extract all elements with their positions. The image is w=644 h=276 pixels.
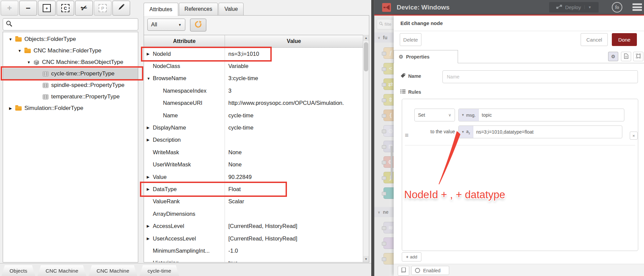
refresh-attributes-button[interactable]: [190, 19, 206, 31]
new-item-button[interactable]: +: [38, 1, 56, 16]
cut-icon: ✂: [80, 3, 88, 14]
expander-down-icon[interactable]: ▼: [26, 60, 32, 64]
expander-right-icon[interactable]: ▶: [147, 125, 153, 130]
table-row[interactable]: ▶Value90.22849: [144, 171, 363, 183]
node-enabled-toggle[interactable]: Enabled: [411, 266, 449, 275]
table-row[interactable]: ▶UserAccessLevel[CurrentRead, HistoryRea…: [144, 232, 363, 245]
scroll-down-arrow[interactable]: ▼: [363, 256, 369, 262]
attribute-name-cell: ▶UserAccessLevel: [144, 232, 225, 245]
table-row[interactable]: Historizingtrue: [144, 257, 363, 262]
folder-icon: [24, 49, 31, 53]
bottom-tab-objects[interactable]: Objects: [1, 265, 36, 276]
attribute-filter-row: All ▼: [147, 19, 206, 31]
expander-right-icon[interactable]: ▶: [147, 138, 153, 142]
table-row[interactable]: ▼BrowseName3:cycle-time: [144, 72, 363, 85]
expander-right-icon[interactable]: ▶: [147, 236, 153, 241]
tree-item[interactable]: ▼Objects::FolderType: [3, 33, 138, 45]
bottom-tab-cnc-machine[interactable]: CNC Machine: [88, 265, 137, 276]
rule-action-select[interactable]: Set ∨: [414, 109, 455, 121]
tab-value[interactable]: Value: [219, 3, 244, 16]
table-row[interactable]: ▶Description: [144, 134, 363, 146]
enabled-status-icon: [415, 268, 420, 273]
expander-down-icon[interactable]: ▼: [8, 37, 13, 41]
tree-item[interactable]: temperature::PropertyType: [3, 91, 138, 102]
tab-references[interactable]: References: [179, 3, 218, 16]
list-icon: [400, 89, 406, 95]
cube-icon: [34, 60, 39, 65]
tree-item[interactable]: ▶Simulation::FolderType: [3, 102, 138, 114]
appearance-view-button[interactable]: [633, 52, 643, 61]
rule-target-field[interactable]: ▼ msg. topic: [458, 109, 624, 121]
main-menu-button[interactable]: [632, 3, 642, 11]
palette-dim-overlay: [374, 16, 394, 276]
name-input[interactable]: [446, 74, 629, 80]
bottom-tab-cycle-time[interactable]: cycle-time: [140, 265, 180, 276]
bottom-tab-cnc-machine[interactable]: CNC Machine: [38, 265, 86, 276]
cancel-button[interactable]: Cancel: [581, 33, 608, 46]
attribute-name: UserWriteMask: [153, 161, 191, 168]
table-row[interactable]: ▶AccessLevel[CurrentRead, HistoryRead]: [144, 220, 363, 232]
table-row[interactable]: ArrayDimensions: [144, 208, 363, 220]
scrollbar-thumb[interactable]: [364, 42, 368, 71]
description-view-button[interactable]: [621, 52, 631, 61]
refresh-icon: [194, 20, 202, 30]
tab-properties[interactable]: ⚙ Properties: [394, 50, 458, 63]
chevron-down-icon: ▼: [178, 23, 182, 27]
table-row[interactable]: UserWriteMaskNone: [144, 159, 363, 171]
table-row[interactable]: MinimumSamplingInt...-1.0: [144, 245, 363, 257]
rule-container: ≡ Set ∨ ▼ msg. topic × to the value: [402, 99, 638, 251]
add-rule-button[interactable]: + add: [402, 252, 421, 261]
nodered-window: Device: Windows Deploy ▼ fo filte ∨fuƒ<⇄…: [374, 0, 644, 276]
delete-button[interactable]: Delete: [400, 33, 421, 46]
rule-value-field[interactable]: ▼ az ns=3;i=1010,datatype=float: [458, 125, 622, 138]
tag-icon: [400, 73, 406, 79]
msg-type-chip[interactable]: ▼ msg.: [459, 109, 479, 121]
attribute-column-header[interactable]: Attribute: [144, 35, 225, 47]
table-row[interactable]: NodeClassVariable: [144, 60, 363, 72]
paste-icon: P: [99, 4, 107, 12]
attribute-name-cell: ▼BrowseName: [144, 72, 225, 85]
attribute-name: NodeClass: [153, 63, 180, 69]
expander-right-icon[interactable]: ▶: [8, 106, 13, 111]
edit-button[interactable]: [112, 1, 130, 16]
attribute-filter-select[interactable]: All ▼: [147, 19, 185, 31]
expander-right-icon[interactable]: ▶: [147, 175, 153, 179]
bottom-tab-bar: ObjectsCNC MachineCNC Machinecycle-time: [0, 263, 371, 276]
node-info-button[interactable]: [398, 266, 409, 276]
expander-down-icon[interactable]: ▼: [17, 49, 22, 53]
attribute-table-scrollbar[interactable]: ▲ ▼: [363, 35, 369, 262]
table-row[interactable]: WriteMaskNone: [144, 146, 363, 158]
table-row[interactable]: NamespaceIndex3: [144, 85, 363, 97]
value-column-header[interactable]: Value: [225, 35, 363, 47]
tree-item[interactable]: spindle-speed::PropertyType: [3, 79, 138, 91]
expander-down-icon[interactable]: ▼: [147, 76, 153, 80]
tray-title: Edit change node: [394, 16, 644, 31]
folder-icon: [15, 106, 22, 111]
rule-value-text[interactable]: ns=3;i=1010,datatype=float: [473, 129, 534, 135]
done-button[interactable]: Done: [612, 33, 637, 46]
table-row[interactable]: NamespaceURIhttp://www.prosysopc.com/OPC…: [144, 97, 363, 109]
table-row[interactable]: Namecycle-time: [144, 109, 363, 121]
tab-attributes[interactable]: Attributes: [144, 3, 178, 16]
rule-target-value[interactable]: topic: [479, 112, 492, 118]
user-account-button[interactable]: fo: [612, 2, 622, 13]
string-type-chip[interactable]: ▼ az: [459, 126, 473, 138]
remove-rule-button[interactable]: ×: [630, 132, 638, 140]
remove-button[interactable]: −: [19, 1, 37, 16]
table-row[interactable]: ValueRankScalar: [144, 196, 363, 208]
add-button: +: [1, 1, 18, 16]
properties-view-button[interactable]: ⚙: [608, 52, 618, 61]
tree-search-box[interactable]: [3, 18, 138, 30]
expander-right-icon[interactable]: ▶: [147, 224, 153, 228]
table-row[interactable]: ▶DisplayNamecycle-time: [144, 121, 363, 134]
tray-footer: Enabled: [394, 264, 644, 276]
attribute-table: Attribute Value ▶NodeIdns=3;i=1010NodeCl…: [144, 35, 363, 262]
scroll-up-arrow[interactable]: ▲: [363, 35, 369, 41]
cut-button[interactable]: ✂: [75, 1, 93, 16]
copy-button[interactable]: C: [57, 1, 74, 16]
deploy-options-caret-icon[interactable]: ▼: [584, 5, 591, 9]
deploy-button[interactable]: Deploy ▼: [549, 2, 599, 13]
tree-item[interactable]: ▼CNC Machine::FolderType: [3, 45, 138, 56]
name-field[interactable]: [442, 70, 638, 83]
book-icon: [401, 268, 406, 274]
